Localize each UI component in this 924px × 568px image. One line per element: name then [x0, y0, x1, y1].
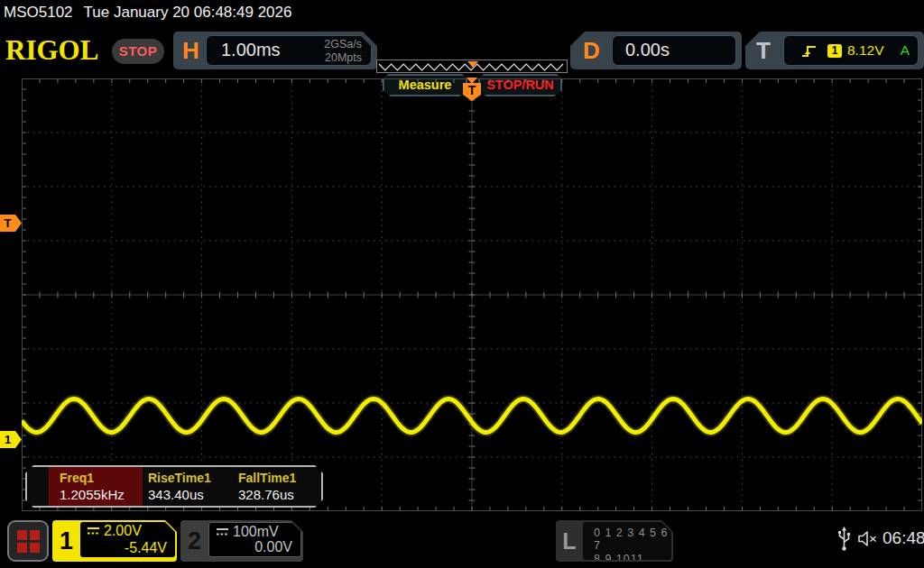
logic-channels: 0 1 2 3 4 5 6 7 8 9 1011 12131415 — [583, 522, 671, 560]
channel1-number: 1 — [52, 520, 80, 562]
menu-grid-button[interactable] — [7, 520, 49, 562]
status-clock: 06:48 — [882, 528, 924, 548]
menu-grid-icon — [17, 530, 27, 540]
menu-grid-icon — [30, 543, 40, 553]
measurement-risetime1[interactable]: RiseTime1 343.40us — [148, 467, 235, 506]
trigger-level-value: 8.12V — [847, 42, 884, 59]
channel1-info: 2.00V -5.44V — [80, 522, 175, 557]
channel1-offset: -5.44V — [125, 540, 167, 556]
dc-coupling-icon — [216, 527, 229, 537]
channel2-scale: 100mV — [233, 524, 279, 540]
horizontal-label: H — [182, 32, 199, 69]
horizontal-group: H 1.00ms 2GSa/s 20Mpts — [173, 32, 377, 69]
delay-value: 0.00s — [625, 40, 670, 60]
memory-position-bar[interactable] — [376, 60, 568, 73]
trigger-source-badge: 1 — [827, 44, 842, 58]
channel1-button[interactable]: 1 2.00V -5.44V — [52, 520, 177, 562]
logic-label: L — [556, 520, 583, 562]
logic-analyzer-button[interactable]: L 0 1 2 3 4 5 6 7 8 9 1011 12131415 — [556, 520, 673, 562]
trigger-label: T — [756, 32, 771, 69]
datetime-text: Tue January 20 06:48:49 2026 — [84, 4, 292, 21]
channel1-ground-marker[interactable]: 1 — [0, 431, 22, 448]
acquisition-info: 2GSa/s 20Mpts — [324, 38, 362, 65]
titlebar: MSO5102Tue January 20 06:48:49 2026 — [0, 0, 924, 27]
graticule — [22, 78, 922, 511]
memory-depth: 20Mpts — [324, 51, 362, 65]
measurement-label: RiseTime1 — [148, 471, 235, 485]
menu-grid-icon — [17, 543, 27, 553]
sample-rate: 2GSa/s — [324, 38, 362, 51]
measurement-value: 343.40us — [148, 487, 235, 502]
channel1-scale: 2.00V — [104, 523, 142, 539]
trigger-sweep-mode: A — [901, 42, 910, 59]
delay-group: D 0.00s — [570, 32, 742, 69]
model-name: MSO5102 — [4, 4, 73, 21]
trigger-position-flag: T — [463, 83, 481, 101]
toolbar: RIGOL STOP H 1.00ms 2GSa/s 20Mpts Measur… — [0, 27, 924, 70]
usb-icon — [837, 527, 851, 552]
measurement-value: 1.2055kHz — [60, 487, 143, 502]
oscilloscope-screen: MSO5102Tue January 20 06:48:49 2026 RIGO… — [0, 0, 924, 568]
speaker-muted-icon[interactable] — [857, 529, 879, 548]
rigol-logo: RIGOL — [5, 34, 98, 67]
rising-edge-icon — [800, 42, 818, 60]
delay-label: D — [583, 32, 600, 69]
measurement-label: FallTime1 — [238, 471, 321, 485]
timebase-value: 1.00ms — [221, 40, 281, 60]
trigger-button[interactable]: 1 8.12V A — [783, 35, 919, 66]
delay-button[interactable]: 0.00s — [612, 35, 736, 66]
trigger-position-pointer-icon — [467, 78, 477, 84]
measurement-panel: Freq1 1.2055kHz RiseTime1 343.40us FallT… — [25, 465, 323, 508]
trigger-position-marker[interactable]: T — [463, 78, 481, 101]
measurement-label: Freq1 — [60, 471, 143, 485]
channel2-offset: 0.00V — [254, 539, 292, 555]
measurement-falltime1[interactable]: FallTime1 328.76us — [238, 467, 321, 506]
channel2-info: 100mV 0.00V — [208, 522, 301, 557]
run-state-badge: STOP — [112, 39, 164, 64]
dc-coupling-icon — [87, 526, 100, 536]
waveform-overview-icon — [377, 61, 567, 73]
channel2-button[interactable]: 2 100mV 0.00V — [180, 520, 303, 562]
menu-grid-icon — [30, 530, 40, 540]
trigger-level-marker[interactable]: T — [0, 215, 22, 232]
measurement-freq1[interactable]: Freq1 1.2055kHz — [49, 467, 143, 506]
measurement-value: 328.76us — [238, 487, 321, 502]
trigger-group: T 1 8.12V A — [745, 32, 924, 69]
channel2-number: 2 — [180, 520, 208, 562]
timebase-button[interactable]: 1.00ms 2GSa/s 20Mpts — [206, 35, 372, 66]
logic-row-8-15: 8 9 1011 12131415 — [583, 553, 671, 568]
logic-row-0-7: 0 1 2 3 4 5 6 7 — [583, 527, 671, 552]
